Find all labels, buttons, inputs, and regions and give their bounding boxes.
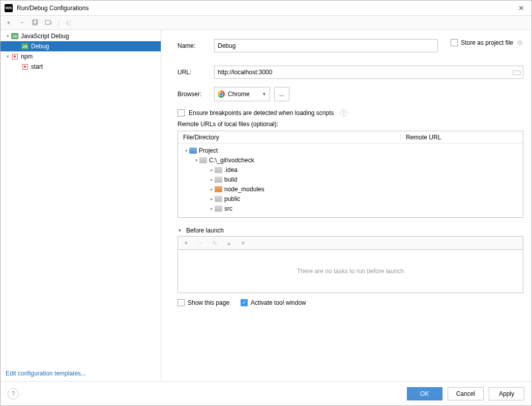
empty-text: There are no tasks to run before launch	[297, 268, 404, 275]
titlebar: WS Run/Debug Configurations ✕	[1, 1, 531, 16]
browser-select[interactable]: Chrome ▼	[214, 87, 270, 101]
browser-value: Chrome	[228, 91, 250, 98]
ensure-bp-row: Ensure breakpoints are detected when loa…	[178, 109, 523, 117]
ok-button[interactable]: OK	[407, 387, 442, 400]
folder-icon	[215, 186, 222, 192]
npm-icon	[11, 53, 19, 60]
close-icon[interactable]: ✕	[515, 4, 527, 12]
file-tree[interactable]: ▾ Project ▾ C:\_git\vodcheck ▸ .idea ▸	[178, 143, 523, 217]
svg-rect-2	[45, 20, 50, 24]
folder-icon[interactable]	[512, 68, 521, 77]
chevron-right-icon[interactable]: ▸	[209, 196, 215, 201]
ft-idea[interactable]: ▸ .idea	[178, 165, 523, 175]
ft-label: src	[224, 205, 232, 212]
ft-build[interactable]: ▸ build	[178, 175, 523, 184]
svg-line-12	[518, 44, 518, 45]
ft-root[interactable]: ▾ C:\_git\vodcheck	[178, 155, 523, 165]
before-launch-header[interactable]: ▼ Before launch	[178, 227, 523, 234]
chevron-down-icon[interactable]: ▾	[183, 148, 189, 153]
ft-label: node_modules	[224, 186, 264, 193]
window-title: Run/Debug Configurations	[17, 5, 515, 12]
folder-icon	[199, 157, 207, 163]
remove-config-icon[interactable]: －	[18, 19, 26, 27]
cancel-button[interactable]: Cancel	[448, 387, 484, 400]
remote-urls-table: File/Directory Remote URL ▾ Project ▾ C:…	[178, 131, 523, 218]
main-area: ▾ JS JavaScript Debug JS Debug ▾ npm sta…	[1, 30, 531, 381]
tree-node-npm[interactable]: ▾ npm	[1, 51, 161, 62]
jsdebug-icon: JS	[21, 43, 29, 50]
tree-node-debug[interactable]: JS Debug	[1, 41, 161, 51]
ft-public[interactable]: ▸ public	[178, 194, 523, 204]
chevron-right-icon[interactable]: ▸	[209, 187, 215, 192]
edit-task-icon: ✎	[211, 239, 219, 247]
chevron-right-icon[interactable]: ▸	[209, 167, 215, 172]
svg-rect-1	[34, 19, 38, 24]
tree-node-start[interactable]: start	[1, 62, 161, 72]
chevron-down-icon[interactable]: ▾	[5, 54, 11, 59]
tree-label: npm	[21, 53, 33, 60]
name-label: Name:	[178, 42, 214, 49]
show-page-label: Show this page	[188, 299, 229, 306]
app-icon: WS	[5, 4, 13, 12]
help-icon[interactable]: ?	[340, 109, 347, 117]
config-form: Store as project file Name: URL: Browser…	[161, 30, 531, 381]
ensure-bp-checkbox[interactable]	[178, 109, 185, 117]
tree-label: JavaScript Debug	[21, 33, 69, 40]
chevron-down-icon[interactable]: ▾	[193, 158, 199, 163]
ft-label: C:\_git\vodcheck	[209, 157, 254, 164]
browser-more-button[interactable]: ...	[274, 87, 289, 101]
copy-config-icon[interactable]	[31, 19, 39, 27]
ft-nodemodules[interactable]: ▸ node_modules	[178, 184, 523, 194]
activate-tool-checkbox[interactable]	[241, 299, 248, 306]
add-task-icon[interactable]: ＋	[182, 239, 190, 247]
help-button[interactable]: ?	[8, 388, 19, 399]
config-tree-pane: ▾ JS JavaScript Debug JS Debug ▾ npm sta…	[1, 30, 161, 381]
before-launch-empty: There are no tasks to run before launch	[178, 249, 523, 293]
col-file: File/Directory	[178, 134, 401, 141]
tree-node-jsdebug[interactable]: ▾ JS JavaScript Debug	[1, 31, 161, 41]
options-row: Show this page Activate tool window	[178, 299, 523, 306]
svg-line-10	[518, 41, 518, 41]
col-remote: Remote URL	[401, 134, 523, 141]
browser-label: Browser:	[178, 91, 214, 98]
url-input[interactable]	[214, 66, 523, 79]
tree-label: Debug	[31, 43, 49, 50]
store-as-project-checkbox[interactable]	[451, 39, 458, 46]
chevron-down-icon: ▼	[178, 228, 182, 233]
before-launch-title: Before launch	[186, 227, 224, 234]
show-page-checkbox[interactable]	[178, 299, 185, 306]
apply-button[interactable]: Apply	[489, 387, 524, 400]
ft-src[interactable]: ▸ src	[178, 204, 523, 213]
chevron-down-icon[interactable]: ▾	[5, 34, 11, 39]
url-row: URL:	[178, 66, 523, 79]
gear-icon[interactable]	[516, 39, 523, 46]
svg-rect-0	[33, 20, 37, 25]
config-tree[interactable]: ▾ JS JavaScript Debug JS Debug ▾ npm sta…	[1, 30, 161, 366]
name-input[interactable]	[214, 39, 438, 52]
edit-templates-link[interactable]: Edit configuration templates...	[6, 370, 86, 377]
chevron-down-icon: ▼	[262, 92, 267, 97]
chevron-right-icon[interactable]: ▸	[209, 177, 215, 182]
svg-point-5	[518, 41, 521, 44]
svg-line-11	[521, 44, 522, 45]
svg-line-13	[521, 41, 522, 41]
add-config-icon[interactable]: ＋	[5, 19, 13, 27]
ensure-bp-label: Ensure breakpoints are detected when loa…	[189, 109, 334, 117]
ft-label: .idea	[224, 166, 238, 173]
project-icon	[189, 148, 197, 154]
save-config-icon[interactable]	[44, 19, 52, 27]
config-toolbar: ＋ － az	[1, 16, 531, 30]
left-footer: Edit configuration templates...	[1, 366, 161, 381]
move-up-icon: ▲	[225, 239, 233, 247]
chevron-right-icon[interactable]: ▸	[209, 206, 215, 211]
ft-project[interactable]: ▾ Project	[178, 146, 523, 155]
remote-urls-label: Remote URLs of local files (optional):	[178, 121, 523, 128]
store-as-project-label: Store as project file	[461, 39, 513, 46]
jsdebug-icon: JS	[11, 33, 19, 40]
ft-label: build	[224, 176, 237, 183]
svg-text:z: z	[69, 23, 71, 26]
remove-task-icon: －	[196, 239, 204, 247]
sort-config-icon[interactable]: az	[65, 19, 73, 27]
url-label: URL:	[178, 69, 214, 76]
folder-icon	[215, 167, 222, 173]
